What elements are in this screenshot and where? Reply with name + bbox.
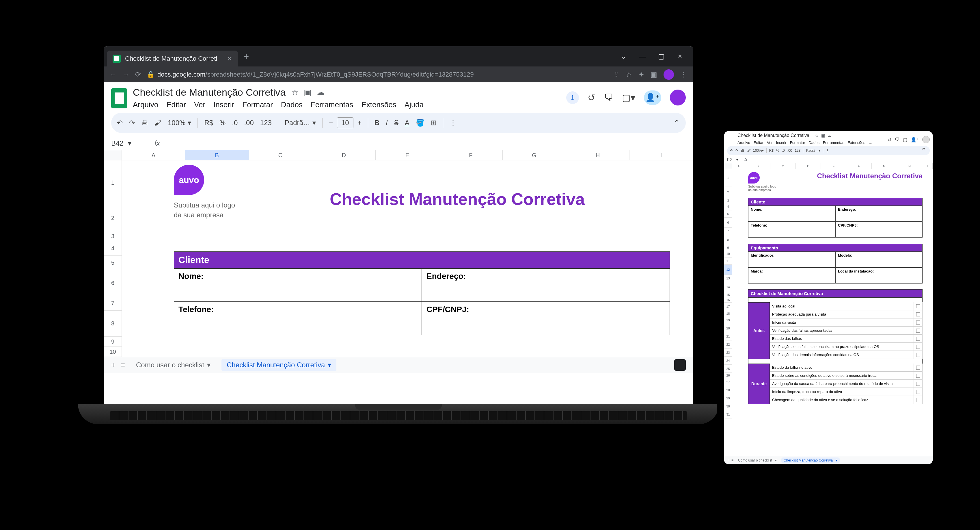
checklist-item[interactable]: Proteção adequada para a visita — [770, 310, 923, 318]
font-size-plus[interactable]: + — [358, 119, 361, 127]
redo-icon[interactable]: ↷ — [129, 119, 135, 127]
col-header[interactable]: E — [821, 163, 846, 169]
close-window-icon[interactable]: × — [676, 52, 684, 61]
undo-icon[interactable]: ↶ — [117, 119, 123, 127]
menu-formatar[interactable]: Formatar — [242, 100, 272, 109]
field-endereco[interactable]: Endereço: — [422, 268, 670, 302]
checkbox-icon[interactable] — [913, 364, 922, 371]
field-identificador[interactable]: Identificador: — [748, 252, 835, 268]
col-header[interactable]: H — [897, 163, 923, 169]
menu-editar[interactable]: Editar — [166, 100, 186, 109]
browser-menu-icon[interactable]: ⋮ — [680, 70, 687, 78]
col-header[interactable]: G — [872, 163, 897, 169]
font-selector[interactable]: Padrã…▾ — [806, 148, 820, 153]
checklist-item[interactable]: Averiguação da causa da falha para preen… — [770, 380, 923, 388]
name-box[interactable]: I12▾ — [727, 158, 741, 162]
decrease-decimal-button[interactable]: .0 — [782, 148, 785, 153]
row-header[interactable]: 22 — [724, 340, 732, 348]
checkbox-icon[interactable] — [913, 388, 922, 396]
checkbox-icon[interactable] — [913, 327, 922, 334]
row-header[interactable]: 4 — [104, 241, 122, 256]
menu-dados[interactable]: Dados — [808, 140, 819, 145]
browser-tab[interactable]: Checklist de Manutenção Correti × — [107, 51, 238, 67]
add-sheet-icon[interactable]: + — [111, 361, 115, 369]
field-endereco[interactable]: Endereço: — [835, 206, 923, 222]
col-header[interactable]: D — [796, 163, 821, 169]
sheet-tab-checklist[interactable]: Checklist Manutenção Corretiva ▾ — [781, 457, 840, 463]
more-tools-icon[interactable]: ⋮ — [450, 119, 457, 127]
checklist-item[interactable]: Visita ao local — [770, 302, 923, 310]
print-icon[interactable]: 🖶 — [741, 148, 745, 153]
move-folder-icon[interactable]: ▣ — [821, 133, 825, 138]
row-header[interactable]: 10 — [104, 347, 122, 357]
field-modelo[interactable]: Modelo: — [835, 252, 923, 268]
checkbox-icon[interactable] — [913, 351, 922, 359]
fill-color-icon[interactable]: 🪣 — [416, 119, 425, 127]
col-header[interactable]: I — [922, 163, 933, 169]
row-header[interactable]: 5 — [104, 256, 122, 270]
field-telefone[interactable]: Telefone: — [174, 302, 422, 335]
row-header[interactable]: 3 — [724, 198, 732, 203]
checklist-item[interactable]: Início da limpeza, troca ou reparo do at… — [770, 388, 923, 396]
row-header[interactable]: 7 — [104, 296, 122, 311]
menu-extensoes[interactable]: Extensões — [848, 140, 865, 145]
comments-icon[interactable]: 🗨 — [895, 137, 899, 142]
increase-decimal-button[interactable]: .00 — [788, 148, 792, 153]
col-header[interactable]: B — [745, 163, 770, 169]
close-tab-icon[interactable]: × — [227, 54, 232, 63]
col-header[interactable]: B — [185, 150, 249, 160]
field-nome[interactable]: Nome: — [748, 206, 835, 222]
sheets-logo-icon[interactable] — [111, 88, 127, 109]
comments-icon[interactable]: 🗨 — [604, 92, 613, 103]
menu-inserir[interactable]: Inserir — [776, 140, 786, 145]
col-header[interactable]: G — [503, 150, 566, 160]
document-title[interactable]: Checklist de Manutenção Corretiva — [737, 133, 809, 138]
italic-icon[interactable]: I — [386, 119, 388, 127]
row-header[interactable]: 3 — [104, 231, 122, 241]
menu-ver[interactable]: Ver — [767, 140, 773, 145]
new-tab-button[interactable]: + — [238, 51, 255, 62]
checklist-item[interactable]: Início da visita — [770, 318, 923, 327]
select-all-corner[interactable] — [104, 150, 122, 160]
row-header[interactable]: 6 — [104, 270, 122, 296]
row-header[interactable]: 1 — [724, 169, 732, 187]
meet-icon[interactable]: ▢ — [903, 137, 907, 142]
row-header[interactable]: 8 — [724, 235, 732, 245]
all-sheets-icon[interactable]: ≡ — [121, 361, 125, 369]
menu-more[interactable]: … — [869, 140, 872, 145]
document-title[interactable]: Checklist de Manutenção Corretiva — [133, 87, 286, 98]
borders-icon[interactable]: ⊞ — [431, 119, 437, 127]
col-header[interactable]: A — [122, 150, 185, 160]
row-header[interactable]: 8 — [104, 311, 122, 337]
row-header[interactable]: 4 — [724, 203, 732, 211]
zoom-selector[interactable]: 100% ▾ — [168, 119, 191, 127]
row-header[interactable]: 9 — [104, 337, 122, 347]
row-header[interactable]: 30 — [724, 402, 732, 410]
percent-button[interactable]: % — [776, 148, 780, 153]
sheet-tab-checklist[interactable]: Checklist Manutenção Corretiva ▾ — [221, 359, 336, 371]
checklist-item[interactable]: Verificação das falhas apresentadas — [770, 327, 923, 335]
row-header[interactable]: 19 — [724, 316, 732, 324]
menu-editar[interactable]: Editar — [754, 140, 764, 145]
bookmark-icon[interactable]: ☆ — [626, 70, 632, 78]
row-header[interactable]: 16 — [724, 297, 732, 303]
col-header[interactable]: F — [846, 163, 872, 169]
sheet-tab-howto[interactable]: Como usar o checklist ▾ — [131, 359, 216, 371]
menu-arquivo[interactable]: Arquivo — [133, 100, 158, 109]
paint-format-icon[interactable]: 🖌 — [747, 148, 751, 153]
col-header[interactable]: C — [770, 163, 796, 169]
checkbox-icon[interactable] — [913, 335, 922, 342]
checklist-item[interactable]: Verificação se as falhas se encaixam no … — [770, 343, 923, 351]
menu-ajuda[interactable]: Ajuda — [404, 100, 424, 109]
spreadsheet-grid[interactable]: 1 2 3 4 5 6 7 8 9 10 A B C D — [104, 150, 693, 357]
menu-inserir[interactable]: Inserir — [213, 100, 234, 109]
zoom-selector[interactable]: 100%▾ — [753, 148, 764, 153]
forward-icon[interactable]: → — [123, 70, 129, 78]
row-header[interactable]: 26 — [724, 373, 732, 378]
row-header[interactable]: 23 — [724, 348, 732, 357]
star-icon[interactable]: ☆ — [815, 133, 819, 138]
checkbox-icon[interactable] — [913, 380, 922, 388]
row-header[interactable]: 27 — [724, 378, 732, 386]
star-icon[interactable]: ☆ — [291, 88, 299, 97]
checkbox-icon[interactable] — [913, 310, 922, 318]
